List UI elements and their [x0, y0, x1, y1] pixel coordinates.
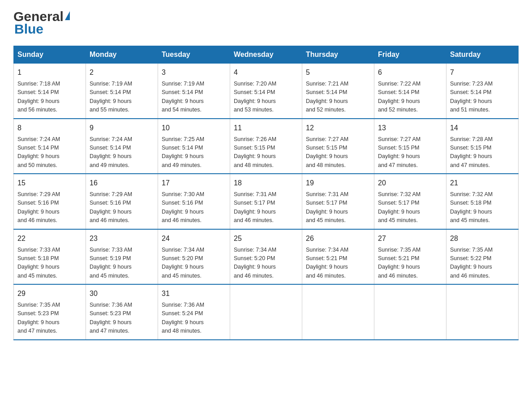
- day-cell: 21Sunrise: 7:32 AMSunset: 5:18 PMDayligh…: [446, 174, 519, 229]
- day-info: Sunrise: 7:19 AMSunset: 5:14 PMDaylight:…: [90, 80, 154, 115]
- day-number: 27: [378, 233, 442, 244]
- day-info: Sunrise: 7:35 AMSunset: 5:21 PMDaylight:…: [378, 246, 442, 281]
- day-number: 7: [450, 67, 515, 78]
- day-cell: 26Sunrise: 7:34 AMSunset: 5:21 PMDayligh…: [302, 229, 374, 285]
- day-number: 25: [234, 233, 298, 244]
- week-row-4: 22Sunrise: 7:33 AMSunset: 5:18 PMDayligh…: [14, 229, 519, 285]
- calendar-body: 1Sunrise: 7:18 AMSunset: 5:14 PMDaylight…: [14, 64, 519, 340]
- day-number: 3: [162, 67, 226, 78]
- day-cell: 31Sunrise: 7:36 AMSunset: 5:24 PMDayligh…: [158, 284, 230, 340]
- day-cell: 3Sunrise: 7:19 AMSunset: 5:14 PMDaylight…: [158, 64, 230, 119]
- day-cell: 15Sunrise: 7:29 AMSunset: 5:16 PMDayligh…: [14, 174, 86, 229]
- day-cell: 13Sunrise: 7:27 AMSunset: 5:15 PMDayligh…: [374, 119, 446, 174]
- day-cell: 1Sunrise: 7:18 AMSunset: 5:14 PMDaylight…: [14, 64, 86, 119]
- day-cell: 16Sunrise: 7:29 AMSunset: 5:16 PMDayligh…: [86, 174, 158, 229]
- day-cell: [302, 284, 374, 340]
- day-number: 19: [306, 178, 370, 188]
- day-number: 16: [90, 178, 154, 188]
- day-info: Sunrise: 7:35 AMSunset: 5:23 PMDaylight:…: [17, 301, 82, 336]
- day-cell: [230, 284, 302, 340]
- day-cell: 18Sunrise: 7:31 AMSunset: 5:17 PMDayligh…: [230, 174, 302, 229]
- day-info: Sunrise: 7:22 AMSunset: 5:14 PMDaylight:…: [378, 80, 442, 115]
- day-info: Sunrise: 7:31 AMSunset: 5:17 PMDaylight:…: [306, 190, 370, 225]
- day-info: Sunrise: 7:24 AMSunset: 5:14 PMDaylight:…: [90, 135, 154, 170]
- week-row-5: 29Sunrise: 7:35 AMSunset: 5:23 PMDayligh…: [14, 284, 519, 340]
- day-info: Sunrise: 7:32 AMSunset: 5:18 PMDaylight:…: [450, 190, 515, 225]
- logo: General Blue: [13, 9, 70, 37]
- day-info: Sunrise: 7:27 AMSunset: 5:15 PMDaylight:…: [306, 135, 370, 170]
- day-cell: 30Sunrise: 7:36 AMSunset: 5:23 PMDayligh…: [86, 284, 158, 340]
- day-cell: 7Sunrise: 7:23 AMSunset: 5:14 PMDaylight…: [446, 64, 519, 119]
- day-info: Sunrise: 7:36 AMSunset: 5:23 PMDaylight:…: [90, 301, 154, 336]
- day-info: Sunrise: 7:32 AMSunset: 5:17 PMDaylight:…: [378, 190, 442, 225]
- day-cell: 28Sunrise: 7:35 AMSunset: 5:22 PMDayligh…: [446, 229, 519, 285]
- day-number: 23: [90, 233, 154, 244]
- day-info: Sunrise: 7:34 AMSunset: 5:20 PMDaylight:…: [234, 246, 298, 281]
- day-cell: 12Sunrise: 7:27 AMSunset: 5:15 PMDayligh…: [302, 119, 374, 174]
- day-number: 26: [306, 233, 370, 244]
- day-number: 4: [234, 67, 298, 78]
- day-info: Sunrise: 7:24 AMSunset: 5:14 PMDaylight:…: [17, 135, 82, 170]
- day-number: 6: [378, 67, 442, 78]
- day-number: 20: [378, 178, 442, 188]
- day-info: Sunrise: 7:23 AMSunset: 5:14 PMDaylight:…: [450, 80, 515, 115]
- day-cell: 23Sunrise: 7:33 AMSunset: 5:19 PMDayligh…: [86, 229, 158, 285]
- day-info: Sunrise: 7:30 AMSunset: 5:16 PMDaylight:…: [162, 190, 226, 225]
- day-info: Sunrise: 7:27 AMSunset: 5:15 PMDaylight:…: [378, 135, 442, 170]
- day-number: 9: [90, 123, 154, 133]
- day-number: 12: [306, 123, 370, 133]
- day-info: Sunrise: 7:33 AMSunset: 5:19 PMDaylight:…: [90, 246, 154, 281]
- week-row-3: 15Sunrise: 7:29 AMSunset: 5:16 PMDayligh…: [14, 174, 519, 229]
- day-number: 30: [90, 288, 154, 299]
- day-cell: 17Sunrise: 7:30 AMSunset: 5:16 PMDayligh…: [158, 174, 230, 229]
- day-number: 14: [450, 123, 515, 133]
- week-row-2: 8Sunrise: 7:24 AMSunset: 5:14 PMDaylight…: [14, 119, 519, 174]
- logo-triangle-icon: [65, 11, 70, 20]
- day-number: 1: [17, 67, 82, 78]
- col-header-wednesday: Wednesday: [230, 46, 302, 64]
- day-cell: 29Sunrise: 7:35 AMSunset: 5:23 PMDayligh…: [14, 284, 86, 340]
- day-cell: 20Sunrise: 7:32 AMSunset: 5:17 PMDayligh…: [374, 174, 446, 229]
- day-number: 24: [162, 233, 226, 244]
- calendar-table: SundayMondayTuesdayWednesdayThursdayFrid…: [13, 46, 519, 340]
- day-number: 29: [17, 288, 82, 299]
- day-cell: [374, 284, 446, 340]
- day-number: 22: [17, 233, 82, 244]
- day-cell: 19Sunrise: 7:31 AMSunset: 5:17 PMDayligh…: [302, 174, 374, 229]
- day-number: 2: [90, 67, 154, 78]
- day-info: Sunrise: 7:36 AMSunset: 5:24 PMDaylight:…: [162, 301, 226, 336]
- week-row-1: 1Sunrise: 7:18 AMSunset: 5:14 PMDaylight…: [14, 64, 519, 119]
- col-header-tuesday: Tuesday: [158, 46, 230, 64]
- day-info: Sunrise: 7:26 AMSunset: 5:15 PMDaylight:…: [234, 135, 298, 170]
- day-info: Sunrise: 7:34 AMSunset: 5:21 PMDaylight:…: [306, 246, 370, 281]
- calendar-header: SundayMondayTuesdayWednesdayThursdayFrid…: [14, 46, 519, 64]
- day-number: 5: [306, 67, 370, 78]
- day-info: Sunrise: 7:35 AMSunset: 5:22 PMDaylight:…: [450, 246, 515, 281]
- day-cell: 24Sunrise: 7:34 AMSunset: 5:20 PMDayligh…: [158, 229, 230, 285]
- day-info: Sunrise: 7:29 AMSunset: 5:16 PMDaylight:…: [17, 190, 82, 225]
- page-header: General Blue: [13, 9, 519, 37]
- col-header-sunday: Sunday: [14, 46, 86, 64]
- day-cell: 4Sunrise: 7:20 AMSunset: 5:14 PMDaylight…: [230, 64, 302, 119]
- header-row: SundayMondayTuesdayWednesdayThursdayFrid…: [14, 46, 519, 64]
- day-cell: 22Sunrise: 7:33 AMSunset: 5:18 PMDayligh…: [14, 229, 86, 285]
- day-info: Sunrise: 7:33 AMSunset: 5:18 PMDaylight:…: [17, 246, 82, 281]
- day-cell: 6Sunrise: 7:22 AMSunset: 5:14 PMDaylight…: [374, 64, 446, 119]
- day-info: Sunrise: 7:29 AMSunset: 5:16 PMDaylight:…: [90, 190, 154, 225]
- day-number: 10: [162, 123, 226, 133]
- day-number: 21: [450, 178, 515, 188]
- day-info: Sunrise: 7:31 AMSunset: 5:17 PMDaylight:…: [234, 190, 298, 225]
- day-cell: 14Sunrise: 7:28 AMSunset: 5:15 PMDayligh…: [446, 119, 519, 174]
- day-info: Sunrise: 7:28 AMSunset: 5:15 PMDaylight:…: [450, 135, 515, 170]
- col-header-thursday: Thursday: [302, 46, 374, 64]
- day-number: 31: [162, 288, 226, 299]
- day-number: 28: [450, 233, 515, 244]
- day-cell: 8Sunrise: 7:24 AMSunset: 5:14 PMDaylight…: [14, 119, 86, 174]
- day-number: 11: [234, 123, 298, 133]
- day-number: 8: [17, 123, 82, 133]
- day-info: Sunrise: 7:25 AMSunset: 5:14 PMDaylight:…: [162, 135, 226, 170]
- day-info: Sunrise: 7:18 AMSunset: 5:14 PMDaylight:…: [17, 80, 82, 115]
- day-cell: [446, 284, 519, 340]
- logo-blue-text: Blue: [14, 21, 43, 37]
- day-cell: 5Sunrise: 7:21 AMSunset: 5:14 PMDaylight…: [302, 64, 374, 119]
